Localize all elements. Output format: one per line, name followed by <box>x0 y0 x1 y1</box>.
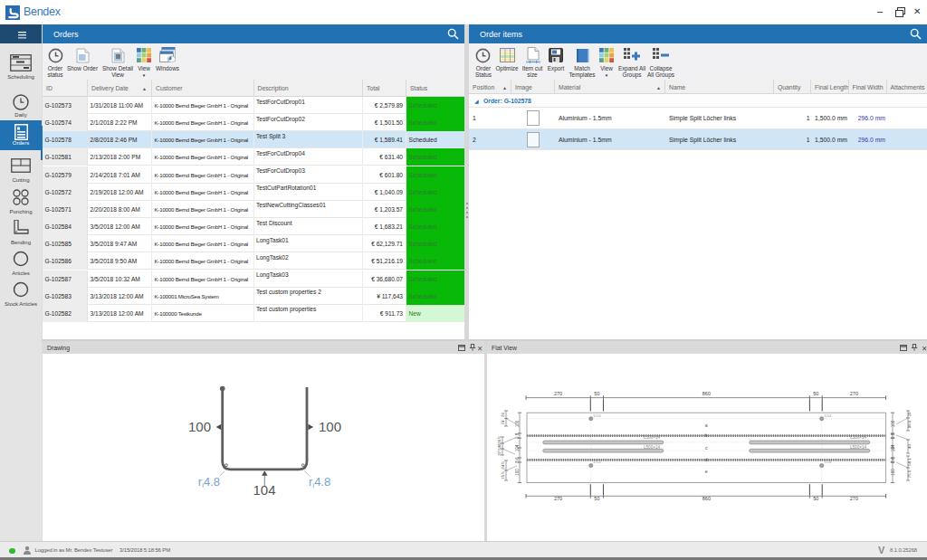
svg-text:860: 860 <box>702 496 711 501</box>
svg-text:9.8: 9.8 <box>891 432 895 439</box>
svg-text:270: 270 <box>850 391 858 396</box>
svg-text:96.6: 96.6 <box>907 420 912 428</box>
svg-text:75.5: 75.5 <box>501 471 505 479</box>
svg-text:D14: D14 <box>825 460 833 464</box>
svg-text:L500×14: L500×14 <box>850 435 866 440</box>
svg-text:270: 270 <box>850 496 858 501</box>
svg-text:50: 50 <box>594 496 599 501</box>
svg-text:8.6: 8.6 <box>891 457 895 463</box>
svg-text:194: 194 <box>515 444 520 451</box>
svg-text:8.6: 8.6 <box>515 457 520 463</box>
svg-text:40: 40 <box>907 444 912 449</box>
svg-text:74: 74 <box>501 420 505 424</box>
svg-text:D14: D14 <box>825 413 833 418</box>
svg-text:100: 100 <box>319 419 341 434</box>
svg-text:L500×14: L500×14 <box>644 435 660 440</box>
svg-text:L500×14: L500×14 <box>850 445 866 450</box>
svg-text:c: c <box>705 445 708 451</box>
svg-text:d: d <box>705 457 708 462</box>
svg-text:100: 100 <box>188 419 211 434</box>
svg-text:100: 100 <box>515 469 520 476</box>
svg-text:37.5: 37.5 <box>497 448 502 456</box>
svg-text:270: 270 <box>554 496 562 501</box>
svg-text:D14: D14 <box>594 460 602 464</box>
svg-text:9.8: 9.8 <box>515 432 520 439</box>
svg-text:ri4.8: ri4.8 <box>309 475 330 489</box>
svg-text:194: 194 <box>891 444 895 451</box>
svg-text:40: 40 <box>497 443 502 448</box>
svg-text:24.5: 24.5 <box>501 461 505 470</box>
svg-text:270: 270 <box>554 391 562 396</box>
svg-text:26: 26 <box>907 412 912 416</box>
svg-text:58.1: 58.1 <box>907 458 912 466</box>
svg-text:26: 26 <box>501 413 505 417</box>
svg-text:50: 50 <box>813 496 818 501</box>
svg-text:104: 104 <box>253 482 275 498</box>
svg-text:75.5: 75.5 <box>907 470 912 478</box>
svg-text:a: a <box>705 422 708 428</box>
svg-text:100: 100 <box>891 469 895 476</box>
svg-text:ri4.8: ri4.8 <box>198 475 220 489</box>
svg-text:L500×14: L500×14 <box>644 445 660 450</box>
svg-text:e: e <box>705 469 708 474</box>
svg-text:100: 100 <box>891 420 895 427</box>
svg-text:26.5: 26.5 <box>497 436 502 444</box>
svg-text:b: b <box>705 432 708 438</box>
svg-text:50: 50 <box>594 391 599 396</box>
svg-text:D14: D14 <box>594 413 602 418</box>
svg-text:860: 860 <box>702 391 711 396</box>
svg-text:50: 50 <box>813 391 818 396</box>
